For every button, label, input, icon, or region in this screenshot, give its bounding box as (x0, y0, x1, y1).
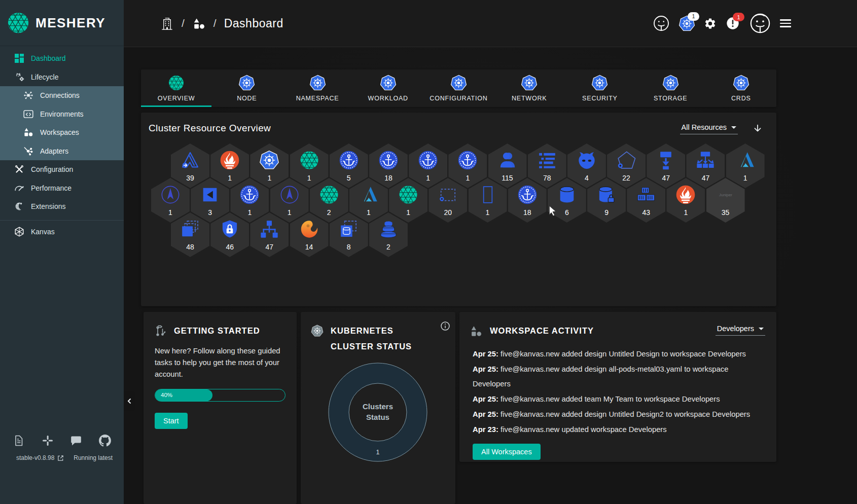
sidebar-item-performance[interactable]: Performance (0, 179, 124, 198)
resource-count: 20 (428, 208, 467, 217)
sidebar-nav-secondary: Kanvas (0, 221, 124, 243)
sidebar-item-lifecycle[interactable]: Lifecycle (0, 68, 124, 87)
resource-hex-shieldlock[interactable]: 46 (210, 212, 249, 257)
kanvas-icon (14, 227, 24, 237)
resource-count: 8 (330, 243, 368, 251)
getting-started-card: GETTING STARTED New here? Follow along t… (144, 312, 297, 504)
activity-text: five@kanvas.new added design all-pods-me… (473, 365, 728, 388)
meshery-icon (299, 150, 319, 170)
start-button[interactable]: Start (155, 413, 188, 429)
tab-label: STORAGE (654, 95, 688, 102)
tab-network[interactable]: NETWORK (494, 69, 564, 107)
tab-security[interactable]: SECURITY (564, 69, 635, 107)
backsquare-icon (200, 185, 220, 205)
sidebar-item-extensions[interactable]: Extensions (0, 197, 124, 216)
workspaces-icon (23, 127, 33, 137)
external-link-icon (57, 455, 64, 461)
tab-label: OVERVIEW (158, 95, 195, 102)
tab-overview[interactable]: OVERVIEW (141, 69, 211, 107)
sidebar-item-label: Performance (31, 184, 72, 192)
tab-node[interactable]: NODE (211, 69, 282, 107)
sidebar-item-connections[interactable]: Connections (0, 86, 124, 105)
doc-icon[interactable] (12, 434, 25, 447)
slack-icon[interactable] (41, 434, 54, 447)
meshery-icon (168, 75, 185, 91)
tab-workload[interactable]: WORKLOAD (353, 69, 423, 107)
resource-hex-copies[interactable]: 48 (171, 212, 209, 257)
resource-hex-prometheus[interactable]: 1 (666, 178, 705, 223)
resource-hex-discstack[interactable]: 2 (369, 212, 408, 257)
kubernetes-icon (450, 75, 467, 91)
resource-hex-grafana[interactable]: 14 (290, 212, 329, 257)
activity-date: Apr 25 (473, 410, 501, 418)
tab-storage[interactable]: STORAGE (635, 69, 706, 107)
resource-count: 47 (250, 243, 289, 251)
kubernetes-icon (380, 75, 397, 91)
tab-configuration[interactable]: CONFIGURATION (423, 69, 494, 107)
resource-hex-flowtree[interactable]: 47 (250, 212, 289, 257)
workspace-gray-icon (470, 325, 483, 338)
info-icon[interactable] (440, 321, 450, 331)
sidebar-item-adapters[interactable]: Adapters (0, 142, 124, 161)
sidebar-item-dashboard[interactable]: Dashboard (0, 49, 124, 68)
organization-icon[interactable] (160, 17, 174, 30)
tab-label: WORKLOAD (368, 95, 408, 102)
lifecycle-icon (14, 72, 24, 82)
resource-hex-containers[interactable]: 43 (627, 178, 665, 223)
sidebar-item-label: Dashboard (31, 54, 66, 62)
breadcrumb: / / Dashboard (160, 0, 283, 47)
anchor-icon (339, 150, 359, 170)
compass-icon (279, 185, 300, 205)
resource-filter-select[interactable]: All Resources (680, 123, 738, 134)
activity-date: Apr 25 (473, 365, 501, 373)
azure-icon (359, 185, 379, 205)
kubernetes-icon (521, 75, 538, 91)
download-icon[interactable] (752, 123, 763, 134)
github-icon[interactable] (98, 434, 112, 447)
sidebar-item-configuration[interactable]: Configuration (0, 160, 124, 179)
activity-list: Apr 25five@kanvas.new added design Untit… (473, 347, 761, 437)
kubernetes-icon (733, 75, 749, 91)
anchor-icon (239, 185, 260, 205)
workspace-filter-select[interactable]: Developers (716, 324, 765, 336)
sidebar-item-label: Lifecycle (31, 73, 58, 81)
azure-icon (735, 150, 756, 170)
workspace-icon[interactable] (192, 17, 206, 30)
progress-fill: 40% (155, 389, 212, 401)
databaselock-icon (596, 185, 617, 205)
sidebar-collapse-button[interactable] (124, 391, 135, 411)
tab-namespace[interactable]: NAMESPACE (282, 69, 352, 107)
notifications-button[interactable]: 1 (725, 16, 740, 31)
resource-hex-cubecopies[interactable]: 8 (330, 212, 368, 257)
user-avatar[interactable] (749, 12, 771, 34)
extensions-icon (14, 201, 24, 211)
sidebar-item-kanvas[interactable]: Kanvas (0, 221, 124, 243)
adapters-icon (23, 146, 33, 156)
sidebar-nav: DashboardLifecycleConnectionsEnvironment… (0, 46, 124, 216)
shieldlock-icon (220, 219, 240, 239)
sidebar-item-environments[interactable]: Environments (0, 105, 124, 124)
anchor-icon (457, 150, 478, 170)
sidebar-item-workspaces[interactable]: Workspaces (0, 123, 124, 142)
tab-crds[interactable]: CRDS (706, 69, 776, 107)
activity-item: Apr 23five@kanvas.new updated workspace … (473, 422, 761, 437)
resource-hex-dashedbox[interactable]: 20 (428, 178, 467, 223)
rectoutline-icon (478, 185, 498, 205)
chat-icon[interactable] (69, 434, 83, 447)
prometheus-icon (220, 150, 240, 170)
brand-logo[interactable]: MESHERY (0, 0, 124, 46)
resource-hex-juniper[interactable]: Juniper35 (706, 178, 745, 223)
all-workspaces-button[interactable]: All Workspaces (473, 444, 541, 460)
cluster-status-card: KUBERNETES CLUSTER STATUS Clusters Statu… (301, 312, 455, 504)
resource-hex-database[interactable]: 6 (548, 178, 586, 223)
resource-hex-rectoutline[interactable]: 1 (469, 178, 507, 223)
capabilities-smiley-icon[interactable] (653, 15, 670, 32)
activity-item: Apr 25five@kanvas.new added team My Team… (473, 392, 761, 407)
resource-hex-anchor[interactable]: 18 (508, 178, 547, 223)
menu-icon[interactable] (780, 19, 791, 27)
kubernetes-context-button[interactable]: 1 (679, 15, 695, 32)
settings-gear-icon[interactable] (704, 17, 717, 30)
resource-hex-databaselock[interactable]: 9 (587, 178, 626, 223)
version-link[interactable]: stable-v0.8.98 (16, 454, 64, 461)
activity-text: five@kanvas.new added team My Team to wo… (501, 395, 720, 403)
